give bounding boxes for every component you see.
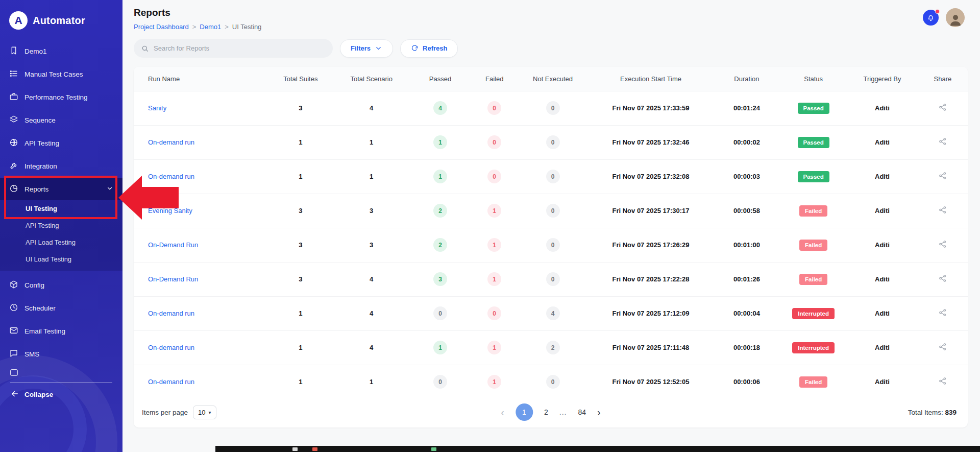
search-input[interactable] <box>154 44 326 52</box>
breadcrumb-project-dashboard[interactable]: Project Dashboard <box>134 23 189 31</box>
run-name-link[interactable]: On-demand run <box>148 310 194 317</box>
status-badge: Failed <box>799 240 827 251</box>
duration-cell: 00:00:04 <box>714 296 780 330</box>
sidebar-subitem-ui-load-testing[interactable]: UI Load Testing <box>0 251 122 268</box>
run-name-link[interactable]: On-demand run <box>148 173 194 180</box>
arrow-left-icon <box>10 389 19 400</box>
duration-cell: 00:00:18 <box>714 330 780 365</box>
sidebar-item-label: Email Testing <box>24 327 65 335</box>
sidebar-item-label: Manual Test Cases <box>24 70 83 78</box>
header-actions <box>923 8 965 27</box>
failed-count-pill: 0 <box>487 170 501 183</box>
taskbar-icon <box>292 447 298 451</box>
start-time-cell: Fri Nov 07 2025 17:32:08 <box>588 159 713 194</box>
avatar[interactable] <box>946 8 965 27</box>
share-icon[interactable] <box>938 308 947 317</box>
share-icon[interactable] <box>938 137 947 146</box>
breadcrumb-current: UI Testing <box>232 23 262 31</box>
run-name-link[interactable]: Evening Sanity <box>148 207 192 215</box>
prev-page-button[interactable]: ‹ <box>501 407 504 418</box>
sidebar-item-label: Scheduler <box>24 304 56 312</box>
sidebar-item-email-testing[interactable]: Email Testing <box>0 320 122 343</box>
sidebar-item-demo1[interactable]: Demo1 <box>0 40 122 63</box>
total-suites-cell: 1 <box>267 296 334 330</box>
share-icon[interactable] <box>938 342 947 351</box>
filters-button[interactable]: Filters <box>340 39 393 58</box>
sidebar-item-label: Reports <box>24 185 48 193</box>
manual-test-cases-icon <box>9 69 18 80</box>
share-icon[interactable] <box>938 274 947 283</box>
failed-count-pill: 1 <box>487 272 501 286</box>
duration-cell: 00:00:58 <box>714 194 780 228</box>
sidebar-item-label: Demo1 <box>24 47 47 55</box>
sidebar-subitem-api-load-testing[interactable]: API Load Testing <box>0 234 122 251</box>
sidebar-item-sequence[interactable]: Sequence <box>0 109 122 132</box>
run-name-link[interactable]: On-demand run <box>148 138 194 146</box>
sidebar-reports-group: Reports UI Testing API Testing API Load … <box>0 178 122 271</box>
sidebar-subitem-api-testing[interactable]: API Testing <box>0 217 122 234</box>
total-scenario-cell: 1 <box>334 365 409 399</box>
sidebar-item-integration[interactable]: Integration <box>0 155 122 178</box>
sms-icon <box>9 349 18 360</box>
total-items-value: 839 <box>945 409 957 416</box>
share-icon[interactable] <box>938 171 947 180</box>
breadcrumb-demo1[interactable]: Demo1 <box>200 23 221 31</box>
triggered-by-cell: Aditi <box>847 159 918 194</box>
reports-icon <box>9 184 18 195</box>
failed-count-pill: 0 <box>487 101 501 115</box>
sidebar-subitem-ui-testing[interactable]: UI Testing <box>0 200 122 217</box>
start-time-cell: Fri Nov 07 2025 17:22:28 <box>588 262 713 296</box>
page-title: Reports <box>134 7 968 18</box>
page-button-2[interactable]: 2 <box>544 408 548 416</box>
table-header-row: Run Name Total Suites Total Scenario Pas… <box>134 67 968 91</box>
triggered-by-cell: Aditi <box>847 262 918 296</box>
taskbar-icon <box>312 447 317 451</box>
collapse-button[interactable]: Collapse <box>0 383 122 406</box>
sidebar-item-performance-testing[interactable]: Performance Testing <box>0 86 122 109</box>
items-per-page: Items per page 10 ▾ <box>142 406 216 419</box>
sidebar-item-scheduler[interactable]: Scheduler <box>0 297 122 320</box>
sidebar-item-config[interactable]: Config <box>0 274 122 297</box>
notifications-button[interactable] <box>923 10 939 26</box>
next-page-button[interactable]: › <box>597 407 601 418</box>
sidebar-item-manual-test-cases[interactable]: Manual Test Cases <box>0 63 122 86</box>
share-icon[interactable] <box>938 103 947 112</box>
brand-logo: A Automator <box>0 0 122 34</box>
run-name-link[interactable]: On-demand run <box>148 344 194 351</box>
passed-count-pill: 1 <box>433 341 447 354</box>
bell-icon <box>926 13 935 22</box>
passed-count-pill: 1 <box>433 135 447 149</box>
duration-cell: 00:00:02 <box>714 125 780 159</box>
share-icon[interactable] <box>938 205 947 215</box>
total-scenario-cell: 1 <box>334 125 409 159</box>
failed-count-pill: 1 <box>487 341 501 354</box>
page-button-84[interactable]: 84 <box>578 408 586 416</box>
items-per-page-select[interactable]: 10 ▾ <box>193 406 216 419</box>
sidebar-item-api-testing[interactable]: API Testing <box>0 132 122 155</box>
run-name-link[interactable]: Sanity <box>148 104 166 112</box>
project-icon <box>9 46 18 57</box>
run-name-link[interactable]: On-demand run <box>148 378 194 386</box>
run-name-link[interactable]: On-Demand Run <box>148 241 198 249</box>
sidebar-item-reports[interactable]: Reports <box>0 178 122 200</box>
triggered-by-cell: Aditi <box>847 91 918 125</box>
run-name-link[interactable]: On-Demand Run <box>148 275 198 283</box>
filters-label: Filters <box>351 44 371 52</box>
sidebar-item-sms[interactable]: SMS <box>0 343 122 366</box>
chevron-down-icon <box>106 185 113 194</box>
refresh-button[interactable]: Refresh <box>400 39 458 58</box>
not-executed-count-pill: 0 <box>546 170 560 183</box>
main-content: Reports Project Dashboard > Demo1 > UI T… <box>122 0 980 452</box>
total-scenario-cell: 4 <box>334 91 409 125</box>
sidebar: A Automator Demo1 Manual Test Cases Perf… <box>0 0 122 452</box>
share-icon[interactable] <box>938 240 947 249</box>
search-box <box>134 39 333 58</box>
share-icon[interactable] <box>938 376 947 386</box>
column-header-failed: Failed <box>472 67 518 91</box>
failed-count-pill: 1 <box>487 204 501 218</box>
brand-name: Automator <box>33 15 85 27</box>
not-executed-count-pill: 4 <box>546 306 560 320</box>
performance-testing-icon <box>9 92 18 103</box>
total-suites-cell: 1 <box>267 159 334 194</box>
page-button-1[interactable]: 1 <box>516 403 533 421</box>
